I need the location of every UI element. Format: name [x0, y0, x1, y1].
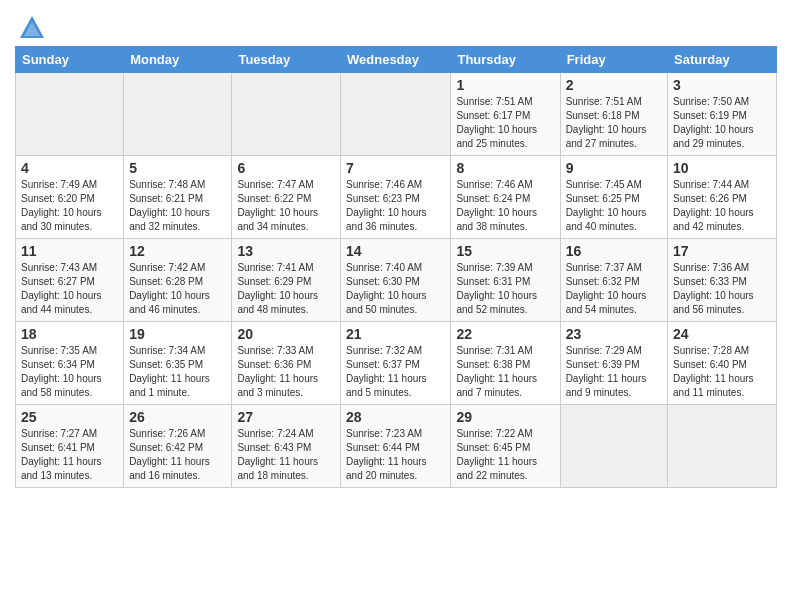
day-info: Sunrise: 7:51 AMSunset: 6:17 PMDaylight:… — [456, 95, 554, 151]
day-number: 19 — [129, 326, 226, 342]
day-cell: 10Sunrise: 7:44 AMSunset: 6:26 PMDayligh… — [668, 156, 777, 239]
day-info: Sunrise: 7:28 AMSunset: 6:40 PMDaylight:… — [673, 344, 771, 400]
day-info: Sunrise: 7:31 AMSunset: 6:38 PMDaylight:… — [456, 344, 554, 400]
calendar-table: SundayMondayTuesdayWednesdayThursdayFrid… — [15, 46, 777, 488]
day-number: 4 — [21, 160, 118, 176]
day-number: 23 — [566, 326, 662, 342]
day-cell: 14Sunrise: 7:40 AMSunset: 6:30 PMDayligh… — [341, 239, 451, 322]
day-cell: 16Sunrise: 7:37 AMSunset: 6:32 PMDayligh… — [560, 239, 667, 322]
day-number: 10 — [673, 160, 771, 176]
day-number: 21 — [346, 326, 445, 342]
day-cell: 19Sunrise: 7:34 AMSunset: 6:35 PMDayligh… — [124, 322, 232, 405]
day-number: 15 — [456, 243, 554, 259]
day-info: Sunrise: 7:36 AMSunset: 6:33 PMDaylight:… — [673, 261, 771, 317]
day-cell: 25Sunrise: 7:27 AMSunset: 6:41 PMDayligh… — [16, 405, 124, 488]
day-info: Sunrise: 7:42 AMSunset: 6:28 PMDaylight:… — [129, 261, 226, 317]
day-cell — [668, 405, 777, 488]
day-info: Sunrise: 7:44 AMSunset: 6:26 PMDaylight:… — [673, 178, 771, 234]
day-number: 6 — [237, 160, 335, 176]
day-cell: 12Sunrise: 7:42 AMSunset: 6:28 PMDayligh… — [124, 239, 232, 322]
day-number: 26 — [129, 409, 226, 425]
day-cell: 27Sunrise: 7:24 AMSunset: 6:43 PMDayligh… — [232, 405, 341, 488]
day-info: Sunrise: 7:27 AMSunset: 6:41 PMDaylight:… — [21, 427, 118, 483]
day-info: Sunrise: 7:41 AMSunset: 6:29 PMDaylight:… — [237, 261, 335, 317]
day-cell: 21Sunrise: 7:32 AMSunset: 6:37 PMDayligh… — [341, 322, 451, 405]
day-cell: 6Sunrise: 7:47 AMSunset: 6:22 PMDaylight… — [232, 156, 341, 239]
day-number: 14 — [346, 243, 445, 259]
page-header — [15, 10, 777, 42]
day-cell — [232, 73, 341, 156]
day-info: Sunrise: 7:43 AMSunset: 6:27 PMDaylight:… — [21, 261, 118, 317]
day-info: Sunrise: 7:33 AMSunset: 6:36 PMDaylight:… — [237, 344, 335, 400]
day-info: Sunrise: 7:29 AMSunset: 6:39 PMDaylight:… — [566, 344, 662, 400]
day-number: 3 — [673, 77, 771, 93]
day-info: Sunrise: 7:51 AMSunset: 6:18 PMDaylight:… — [566, 95, 662, 151]
logo — [15, 16, 46, 42]
day-number: 27 — [237, 409, 335, 425]
day-number: 13 — [237, 243, 335, 259]
week-row-3: 11Sunrise: 7:43 AMSunset: 6:27 PMDayligh… — [16, 239, 777, 322]
day-info: Sunrise: 7:37 AMSunset: 6:32 PMDaylight:… — [566, 261, 662, 317]
day-number: 25 — [21, 409, 118, 425]
day-number: 1 — [456, 77, 554, 93]
header-sunday: Sunday — [16, 47, 124, 73]
day-number: 24 — [673, 326, 771, 342]
day-cell: 22Sunrise: 7:31 AMSunset: 6:38 PMDayligh… — [451, 322, 560, 405]
header-tuesday: Tuesday — [232, 47, 341, 73]
day-cell: 24Sunrise: 7:28 AMSunset: 6:40 PMDayligh… — [668, 322, 777, 405]
day-cell: 4Sunrise: 7:49 AMSunset: 6:20 PMDaylight… — [16, 156, 124, 239]
day-cell: 7Sunrise: 7:46 AMSunset: 6:23 PMDaylight… — [341, 156, 451, 239]
day-number: 17 — [673, 243, 771, 259]
day-cell: 8Sunrise: 7:46 AMSunset: 6:24 PMDaylight… — [451, 156, 560, 239]
day-cell: 29Sunrise: 7:22 AMSunset: 6:45 PMDayligh… — [451, 405, 560, 488]
header-saturday: Saturday — [668, 47, 777, 73]
day-cell: 15Sunrise: 7:39 AMSunset: 6:31 PMDayligh… — [451, 239, 560, 322]
header-wednesday: Wednesday — [341, 47, 451, 73]
logo-icon — [18, 14, 46, 42]
day-number: 20 — [237, 326, 335, 342]
day-info: Sunrise: 7:24 AMSunset: 6:43 PMDaylight:… — [237, 427, 335, 483]
day-cell: 23Sunrise: 7:29 AMSunset: 6:39 PMDayligh… — [560, 322, 667, 405]
day-cell: 26Sunrise: 7:26 AMSunset: 6:42 PMDayligh… — [124, 405, 232, 488]
day-number: 9 — [566, 160, 662, 176]
day-cell: 20Sunrise: 7:33 AMSunset: 6:36 PMDayligh… — [232, 322, 341, 405]
day-info: Sunrise: 7:50 AMSunset: 6:19 PMDaylight:… — [673, 95, 771, 151]
day-info: Sunrise: 7:23 AMSunset: 6:44 PMDaylight:… — [346, 427, 445, 483]
day-number: 18 — [21, 326, 118, 342]
day-info: Sunrise: 7:40 AMSunset: 6:30 PMDaylight:… — [346, 261, 445, 317]
week-row-4: 18Sunrise: 7:35 AMSunset: 6:34 PMDayligh… — [16, 322, 777, 405]
day-number: 12 — [129, 243, 226, 259]
day-number: 28 — [346, 409, 445, 425]
day-info: Sunrise: 7:34 AMSunset: 6:35 PMDaylight:… — [129, 344, 226, 400]
header-friday: Friday — [560, 47, 667, 73]
day-cell: 5Sunrise: 7:48 AMSunset: 6:21 PMDaylight… — [124, 156, 232, 239]
day-number: 16 — [566, 243, 662, 259]
week-row-5: 25Sunrise: 7:27 AMSunset: 6:41 PMDayligh… — [16, 405, 777, 488]
day-info: Sunrise: 7:26 AMSunset: 6:42 PMDaylight:… — [129, 427, 226, 483]
day-cell — [341, 73, 451, 156]
calendar-header-row: SundayMondayTuesdayWednesdayThursdayFrid… — [16, 47, 777, 73]
day-cell — [124, 73, 232, 156]
day-cell: 17Sunrise: 7:36 AMSunset: 6:33 PMDayligh… — [668, 239, 777, 322]
day-info: Sunrise: 7:49 AMSunset: 6:20 PMDaylight:… — [21, 178, 118, 234]
day-cell: 28Sunrise: 7:23 AMSunset: 6:44 PMDayligh… — [341, 405, 451, 488]
day-cell — [560, 405, 667, 488]
day-info: Sunrise: 7:47 AMSunset: 6:22 PMDaylight:… — [237, 178, 335, 234]
day-number: 22 — [456, 326, 554, 342]
day-cell: 2Sunrise: 7:51 AMSunset: 6:18 PMDaylight… — [560, 73, 667, 156]
day-cell — [16, 73, 124, 156]
day-number: 29 — [456, 409, 554, 425]
day-cell: 18Sunrise: 7:35 AMSunset: 6:34 PMDayligh… — [16, 322, 124, 405]
day-info: Sunrise: 7:46 AMSunset: 6:24 PMDaylight:… — [456, 178, 554, 234]
day-info: Sunrise: 7:45 AMSunset: 6:25 PMDaylight:… — [566, 178, 662, 234]
day-number: 11 — [21, 243, 118, 259]
day-info: Sunrise: 7:32 AMSunset: 6:37 PMDaylight:… — [346, 344, 445, 400]
day-cell: 13Sunrise: 7:41 AMSunset: 6:29 PMDayligh… — [232, 239, 341, 322]
day-info: Sunrise: 7:46 AMSunset: 6:23 PMDaylight:… — [346, 178, 445, 234]
week-row-2: 4Sunrise: 7:49 AMSunset: 6:20 PMDaylight… — [16, 156, 777, 239]
day-info: Sunrise: 7:22 AMSunset: 6:45 PMDaylight:… — [456, 427, 554, 483]
day-cell: 1Sunrise: 7:51 AMSunset: 6:17 PMDaylight… — [451, 73, 560, 156]
day-number: 8 — [456, 160, 554, 176]
day-number: 7 — [346, 160, 445, 176]
day-info: Sunrise: 7:48 AMSunset: 6:21 PMDaylight:… — [129, 178, 226, 234]
